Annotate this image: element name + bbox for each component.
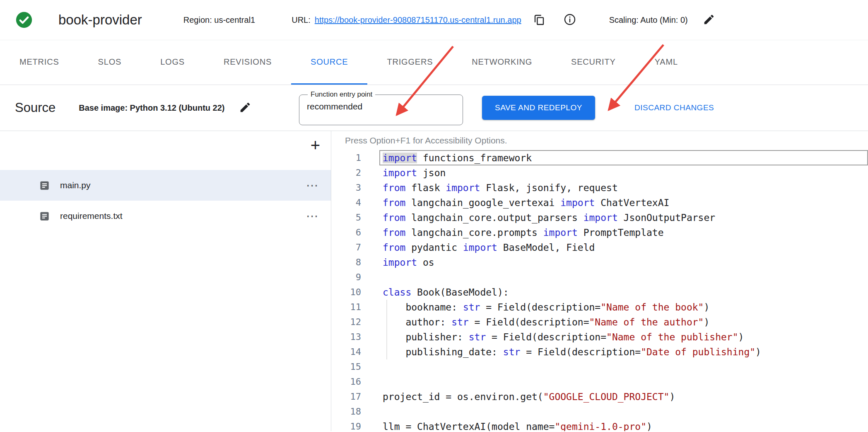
source-main: + main.py⋯requirements.txt⋯ Press Option… bbox=[0, 131, 868, 431]
service-status-ok-icon bbox=[14, 10, 34, 29]
source-section-title: Source bbox=[15, 100, 55, 115]
tab-revisions[interactable]: REVISIONS bbox=[204, 40, 291, 85]
code-text: project_id = os.environ.get("GOOGLE_CLOU… bbox=[383, 389, 675, 404]
line-number: 2 bbox=[331, 165, 361, 180]
tab-bar: METRICSSLOSLOGSREVISIONSSOURCETRIGGERSNE… bbox=[0, 40, 868, 85]
region-label: Region: us-central1 bbox=[183, 15, 255, 25]
discard-changes-button[interactable]: DISCARD CHANGES bbox=[634, 85, 714, 131]
indent-guide bbox=[386, 300, 387, 315]
copy-url-button[interactable] bbox=[532, 13, 546, 27]
code-line-16[interactable]: 16 bbox=[331, 374, 868, 389]
indent-guide bbox=[386, 330, 387, 345]
file-panel: + main.py⋯requirements.txt⋯ bbox=[0, 131, 331, 431]
line-number: 11 bbox=[331, 300, 361, 315]
line-number: 5 bbox=[331, 210, 361, 225]
code-line-3[interactable]: 3from flask import Flask, jsonify, reque… bbox=[331, 180, 868, 195]
code-text: class Book(BaseModel): bbox=[383, 285, 509, 300]
code-line-15[interactable]: 15 bbox=[331, 359, 868, 374]
info-button[interactable] bbox=[563, 13, 577, 27]
code-text: publisher: str = Field(description="Name… bbox=[383, 330, 744, 345]
file-row-requirements.txt[interactable]: requirements.txt⋯ bbox=[0, 201, 331, 231]
code-line-1[interactable]: 1import functions_framework bbox=[331, 150, 868, 165]
code-text: from langchain_core.output_parsers impor… bbox=[383, 210, 715, 225]
file-name: main.py bbox=[60, 180, 91, 190]
function-entry-point-field[interactable]: Function entry point recommended bbox=[299, 90, 463, 125]
code-line-14[interactable]: 14 publishing_date: str = Field(descript… bbox=[331, 345, 868, 359]
url-label: URL: bbox=[292, 15, 311, 25]
pencil-icon bbox=[703, 13, 715, 27]
code-text: import functions_framework bbox=[383, 150, 532, 165]
service-url-link[interactable]: https://book-provider-908087151170.us-ce… bbox=[315, 15, 521, 25]
code-text: llm = ChatVertexAI(model_name="gemini-1.… bbox=[383, 419, 652, 431]
code-text: from langchain_google_vertexai import Ch… bbox=[383, 195, 669, 210]
code-line-9[interactable]: 9 bbox=[331, 270, 868, 285]
file-list: main.py⋯requirements.txt⋯ bbox=[0, 170, 331, 231]
line-number: 1 bbox=[331, 150, 361, 165]
line-number: 13 bbox=[331, 330, 361, 345]
save-and-redeploy-button[interactable]: SAVE AND REDEPLOY bbox=[482, 96, 595, 120]
code-line-17[interactable]: 17project_id = os.environ.get("GOOGLE_CL… bbox=[331, 389, 868, 404]
tab-slos[interactable]: SLOS bbox=[79, 40, 141, 85]
file-row-main.py[interactable]: main.py⋯ bbox=[0, 170, 331, 201]
line-number: 4 bbox=[331, 195, 361, 210]
tab-source[interactable]: SOURCE bbox=[291, 40, 367, 85]
code-area: 1import functions_framework2import json3… bbox=[331, 150, 868, 431]
file-more-actions-button[interactable]: ⋯ bbox=[306, 179, 319, 192]
source-action-bar: Source Base image: Python 3.12 (Ubuntu 2… bbox=[0, 85, 868, 131]
file-icon bbox=[39, 180, 50, 191]
line-number: 15 bbox=[331, 359, 361, 374]
line-number: 18 bbox=[331, 404, 361, 419]
line-number: 14 bbox=[331, 345, 361, 359]
code-text: from pydantic import BaseModel, Field bbox=[383, 240, 595, 255]
file-more-actions-button[interactable]: ⋯ bbox=[306, 210, 319, 222]
code-editor[interactable]: Press Option+F1 for Accessibility Option… bbox=[331, 131, 868, 431]
tab-security[interactable]: SECURITY bbox=[552, 40, 635, 85]
code-line-12[interactable]: 12 author: str = Field(description="Name… bbox=[331, 315, 868, 330]
function-entry-point-value[interactable]: recommended bbox=[305, 99, 457, 112]
pencil-icon bbox=[239, 101, 251, 115]
code-line-6[interactable]: 6from langchain_core.prompts import Prom… bbox=[331, 225, 868, 240]
code-line-5[interactable]: 5from langchain_core.output_parsers impo… bbox=[331, 210, 868, 225]
service-header: book-provider Region: us-central1 URL: h… bbox=[0, 0, 868, 40]
line-number: 10 bbox=[331, 285, 361, 300]
edit-scaling-button[interactable] bbox=[702, 13, 716, 27]
file-name: requirements.txt bbox=[60, 211, 123, 221]
code-text: import json bbox=[383, 165, 446, 180]
line-number: 12 bbox=[331, 315, 361, 330]
tab-metrics[interactable]: METRICS bbox=[0, 40, 79, 85]
code-text: publishing_date: str = Field(description… bbox=[383, 345, 761, 359]
info-icon bbox=[563, 13, 576, 27]
accessibility-hint: Press Option+F1 for Accessibility Option… bbox=[345, 136, 507, 146]
code-line-8[interactable]: 8import os bbox=[331, 255, 868, 270]
tab-networking[interactable]: NETWORKING bbox=[452, 40, 552, 85]
code-text: from langchain_core.prompts import Promp… bbox=[383, 225, 664, 240]
line-number: 8 bbox=[331, 255, 361, 270]
tab-triggers[interactable]: TRIGGERS bbox=[367, 40, 452, 85]
edit-base-image-button[interactable] bbox=[238, 101, 252, 115]
cloud-run-source-page: book-provider Region: us-central1 URL: h… bbox=[0, 0, 868, 432]
code-line-2[interactable]: 2import json bbox=[331, 165, 868, 180]
line-number: 16 bbox=[331, 374, 361, 389]
code-line-18[interactable]: 18 bbox=[331, 404, 868, 419]
code-line-19[interactable]: 19llm = ChatVertexAI(model_name="gemini-… bbox=[331, 419, 868, 431]
function-entry-point-label: Function entry point bbox=[308, 90, 375, 99]
tab-logs[interactable]: LOGS bbox=[141, 40, 204, 85]
copy-icon bbox=[533, 13, 546, 27]
tab-yaml[interactable]: YAML bbox=[635, 40, 697, 85]
code-line-13[interactable]: 13 publisher: str = Field(description="N… bbox=[331, 330, 868, 345]
add-file-button[interactable]: + bbox=[311, 137, 320, 153]
code-text: bookname: str = Field(description="Name … bbox=[383, 300, 709, 315]
code-line-4[interactable]: 4from langchain_google_vertexai import C… bbox=[331, 195, 868, 210]
code-line-7[interactable]: 7from pydantic import BaseModel, Field bbox=[331, 240, 868, 255]
file-icon bbox=[39, 211, 50, 222]
code-line-10[interactable]: 10class Book(BaseModel): bbox=[331, 285, 868, 300]
service-title: book-provider bbox=[58, 12, 142, 28]
line-number: 3 bbox=[331, 180, 361, 195]
scaling-label: Scaling: Auto (Min: 0) bbox=[609, 15, 688, 25]
line-number: 9 bbox=[331, 270, 361, 285]
base-image-label: Base image: Python 3.12 (Ubuntu 22) bbox=[79, 103, 224, 113]
indent-guide bbox=[386, 315, 387, 330]
code-line-11[interactable]: 11 bookname: str = Field(description="Na… bbox=[331, 300, 868, 315]
code-text: import os bbox=[383, 255, 434, 270]
line-number: 17 bbox=[331, 389, 361, 404]
